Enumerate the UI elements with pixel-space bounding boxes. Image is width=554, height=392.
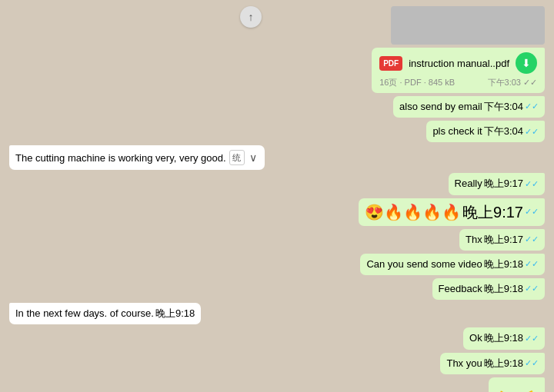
ok-text: Ok [469,331,482,345]
pdf-bubble: PDF instruction manual..pdf ⬇ 16页 · PDF … [372,48,545,93]
pdf-icon-label: PDF [379,56,402,71]
ok-ticks: ✓✓ [525,333,539,344]
thx-you-text: Thx you [446,357,482,370]
feedback-ticks: ✓✓ [525,283,539,294]
pdf-size: 16页 · PDF · 845 kB [379,77,455,88]
can-send-video-timestamp: 晚上9:18 [484,257,523,271]
thx-text: Thx [466,233,482,247]
thx-row: Thx 晚上9:17 ✓✓ [9,229,545,251]
pls-check-timestamp: 下午3:04 [484,125,523,138]
chevron-down-icon[interactable]: ∨ [248,151,259,164]
emoji-fire-row: 😍🔥🔥🔥🔥 晚上9:17 ✓✓ [9,198,545,226]
emoji-fire-ticks: ✓✓ [525,206,539,218]
pdf-download-button[interactable]: ⬇ [516,52,537,74]
really-timestamp: 晚上9:17 [484,177,523,191]
pdf-ticks: ✓✓ [523,78,537,87]
feedback-bubble: Feedback 晚上9:18 ✓✓ [432,278,545,300]
next-few-days-timestamp: 晚上9:18 [155,307,195,321]
thx-you-ticks: ✓✓ [525,357,539,369]
also-send-ticks: ✓✓ [525,101,539,112]
cutting-machine-bubble: The cutting machine is working very, ver… [9,145,265,170]
handshake-row: 🤝 晚上9:18 ✓✓ [9,377,545,392]
image-placeholder[interactable] [391,6,545,45]
thx-timestamp: 晚上9:17 [484,233,523,247]
chat-container: ↑ PDF instruction manual..pdf ⬇ 16页 · PD… [0,0,554,392]
also-send-bubble: also send by email 下午3:04 ✓✓ [393,96,545,118]
feedback-text: Feedback [439,282,482,296]
also-send-row: also send by email 下午3:04 ✓✓ [9,96,545,118]
scroll-up-button[interactable]: ↑ [240,6,262,28]
handshake-emoji: 🤝 [495,384,539,392]
pls-check-bubble: pls check it 下午3:04 ✓✓ [426,121,545,142]
emoji-fire-bubble: 😍🔥🔥🔥🔥 晚上9:17 ✓✓ [359,198,545,226]
image-message-row [9,6,545,45]
can-send-video-text: Can you send some video [366,257,482,271]
thx-you-timestamp: 晚上9:18 [484,357,523,370]
also-send-timestamp: 下午3:04 [484,100,523,114]
thx-you-row: Thx you 晚上9:18 ✓✓ [9,353,545,374]
can-send-video-ticks: ✓✓ [525,258,539,270]
ok-timestamp: 晚上9:18 [484,331,523,345]
translate-button[interactable]: 统 [229,150,245,165]
really-ticks: ✓✓ [525,178,539,190]
next-few-days-row: In the next few days. of course. 晚上9:18 [9,303,545,324]
cutting-machine-text: The cutting machine is working very, ver… [15,152,226,164]
next-few-days-bubble: In the next few days. of course. 晚上9:18 [9,303,201,324]
pdf-message-row: PDF instruction manual..pdf ⬇ 16页 · PDF … [9,48,545,93]
pdf-timestamp: 下午3:03 [488,78,521,87]
thx-you-bubble: Thx you 晚上9:18 ✓✓ [440,353,545,374]
ok-row: Ok 晚上9:18 ✓✓ [9,327,545,349]
really-row: Really 晚上9:17 ✓✓ [9,173,545,194]
next-few-days-text: In the next few days. of course. [15,307,154,321]
can-send-video-row: Can you send some video 晚上9:18 ✓✓ [9,254,545,275]
can-send-video-bubble: Can you send some video 晚上9:18 ✓✓ [360,254,545,275]
handshake-bubble: 🤝 晚上9:18 ✓✓ [489,377,545,392]
feedback-row: Feedback 晚上9:18 ✓✓ [9,278,545,300]
really-bubble: Really 晚上9:17 ✓✓ [449,173,545,194]
thx-bubble: Thx 晚上9:17 ✓✓ [459,229,545,251]
cutting-machine-row: The cutting machine is working very, ver… [9,145,545,170]
feedback-timestamp: 晚上9:18 [484,282,523,296]
thx-ticks: ✓✓ [525,234,539,245]
pls-check-row: pls check it 下午3:04 ✓✓ [9,121,545,142]
ok-bubble: Ok 晚上9:18 ✓✓ [463,327,545,349]
really-text: Really [455,177,482,191]
pdf-filename: instruction manual..pdf [409,58,509,69]
emoji-fire-text: 😍🔥🔥🔥🔥 [365,201,461,223]
pls-check-text: pls check it [432,125,482,138]
also-send-text: also send by email [399,100,482,114]
pls-check-ticks: ✓✓ [525,126,539,138]
emoji-fire-timestamp: 晚上9:17 [462,201,523,223]
